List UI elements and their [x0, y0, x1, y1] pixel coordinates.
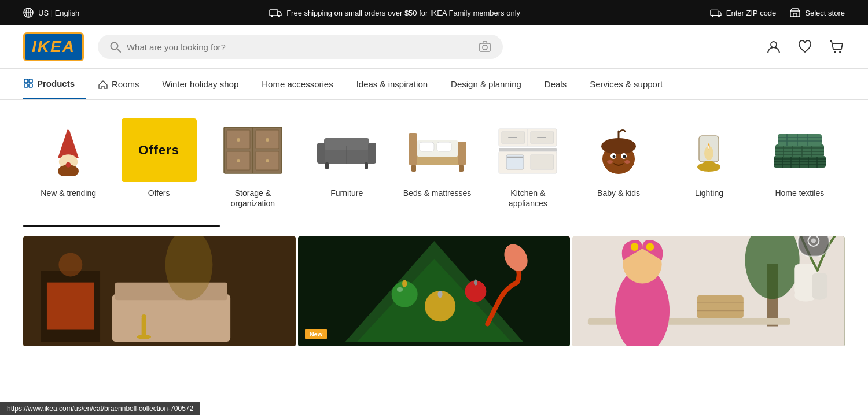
zip-truck-icon — [710, 8, 722, 17]
svg-point-115 — [437, 291, 442, 298]
camera-icon — [479, 40, 491, 53]
category-furniture[interactable]: Furniture — [301, 114, 392, 203]
svg-point-110 — [142, 314, 146, 319]
category-lighting-image — [671, 118, 746, 182]
heart-icon — [797, 39, 812, 54]
category-baby-kids-image — [581, 118, 656, 182]
category-furniture-image — [309, 118, 384, 182]
header: IKEA — [0, 25, 868, 69]
nav-ideas[interactable]: Ideas & inspiration — [345, 70, 439, 98]
svg-point-18 — [839, 51, 841, 53]
svg-point-70 — [607, 160, 613, 164]
category-home-textiles-label: Home textiles — [775, 188, 824, 198]
category-home-textiles[interactable]: Home textiles — [755, 114, 845, 203]
category-new-trending[interactable]: New & trending — [23, 114, 113, 203]
deals-box: Offers — [122, 118, 197, 182]
bed-svg — [406, 127, 469, 173]
header-icons — [766, 39, 845, 54]
svg-rect-46 — [409, 133, 417, 165]
svg-point-113 — [402, 280, 407, 287]
nav-winter-holiday-label: Winter holiday shop — [163, 79, 239, 89]
svg-rect-11 — [793, 13, 797, 17]
nav-products[interactable]: Products — [23, 69, 86, 99]
nav-deals[interactable]: Deals — [533, 70, 578, 98]
category-kitchen-image — [490, 118, 565, 182]
cabinet-svg — [221, 124, 285, 176]
ikea-logo[interactable]: IKEA — [23, 32, 84, 61]
svg-rect-51 — [411, 165, 416, 172]
search-bar[interactable] — [98, 35, 503, 59]
wishlist-icon-button[interactable] — [797, 39, 812, 54]
nav-services-label: Services & support — [590, 79, 663, 89]
category-baby-kids[interactable]: Baby & kids — [573, 114, 664, 203]
nav-design[interactable]: Design & planning — [439, 70, 533, 98]
nav-home-accessories[interactable]: Home accessories — [250, 70, 344, 98]
category-lighting[interactable]: Lighting — [664, 114, 754, 203]
svg-point-34 — [237, 138, 240, 142]
nav-home-accessories-label: Home accessories — [262, 79, 333, 89]
scroll-indicator — [23, 225, 220, 227]
svg-point-37 — [266, 159, 269, 162]
search-icon — [109, 41, 121, 53]
svg-point-8 — [712, 15, 714, 17]
svg-rect-126 — [812, 273, 828, 295]
svg-marker-23 — [58, 127, 79, 158]
nav-rooms[interactable]: Rooms — [86, 70, 151, 99]
category-baby-kids-label: Baby & kids — [597, 188, 640, 198]
category-storage[interactable]: Storage & organization — [204, 114, 301, 213]
panel-ornaments[interactable]: New — [298, 236, 571, 346]
category-furniture-label: Furniture — [330, 188, 363, 198]
deals-box-text: Offers — [138, 143, 179, 158]
truck-icon — [269, 8, 282, 17]
gnome-svg — [45, 124, 91, 176]
zip-code-button[interactable]: Enter ZIP code — [710, 8, 776, 17]
svg-rect-108 — [142, 318, 146, 336]
kids-scene — [572, 236, 845, 346]
svg-rect-59 — [499, 148, 557, 151]
nav-winter-holiday[interactable]: Winter holiday shop — [151, 70, 251, 98]
category-kitchen-label: Kitchen & appliances — [492, 188, 564, 209]
ornaments-scene — [298, 236, 571, 346]
nav-products-label: Products — [37, 79, 75, 88]
category-offers[interactable]: Offers Offers — [113, 114, 204, 203]
category-offers-label: Offers — [148, 188, 170, 198]
svg-rect-21 — [24, 84, 28, 87]
panel-holiday[interactable] — [23, 236, 296, 346]
search-input[interactable] — [127, 42, 473, 52]
category-beds[interactable]: Beds & mattresses — [392, 114, 482, 203]
svg-rect-20 — [29, 79, 32, 83]
category-beds-label: Beds & mattresses — [403, 188, 472, 198]
cart-icon — [829, 39, 845, 54]
nav-ideas-label: Ideas & inspiration — [356, 79, 428, 89]
category-offers-image: Offers — [122, 118, 197, 182]
new-badge: New — [305, 329, 328, 339]
zip-label: Enter ZIP code — [726, 9, 776, 17]
shipping-text: Free shipping on small orders over $50 f… — [286, 9, 520, 17]
svg-rect-94 — [778, 134, 822, 146]
svg-rect-7 — [711, 10, 718, 15]
top-bar-right: Enter ZIP code Select store — [710, 8, 845, 17]
svg-point-9 — [718, 15, 720, 17]
main-nav: Products Rooms Winter holiday shop Home … — [0, 69, 868, 100]
svg-rect-52 — [459, 165, 464, 172]
globe-icon — [23, 8, 34, 18]
panel-kids[interactable] — [572, 236, 845, 346]
svg-point-15 — [483, 45, 487, 50]
category-kitchen[interactable]: Kitchen & appliances — [483, 114, 573, 213]
image-panels: New — [0, 236, 868, 346]
account-icon-button[interactable] — [766, 39, 781, 54]
svg-rect-40 — [317, 143, 325, 164]
store-label: Select store — [805, 9, 845, 17]
svg-point-27 — [66, 125, 71, 130]
categories-section: New & trending Offers Offers — [0, 100, 868, 220]
svg-rect-10 — [790, 11, 800, 17]
nav-design-label: Design & planning — [451, 79, 521, 89]
svg-point-5 — [271, 15, 273, 17]
svg-point-131 — [646, 243, 654, 251]
svg-rect-102 — [47, 283, 94, 330]
locale-section[interactable]: US | English — [23, 8, 79, 18]
nav-services[interactable]: Services & support — [578, 70, 674, 98]
svg-point-71 — [624, 160, 630, 164]
select-store-button[interactable]: Select store — [790, 8, 845, 17]
cart-icon-button[interactable] — [829, 39, 845, 54]
